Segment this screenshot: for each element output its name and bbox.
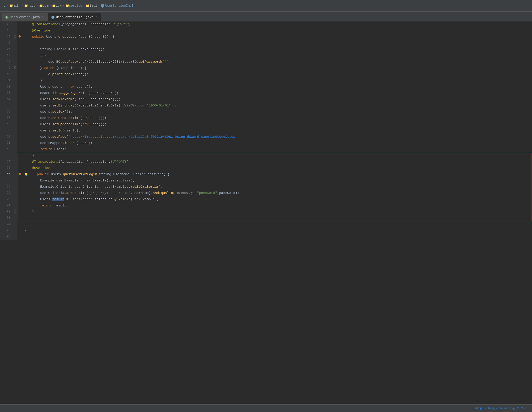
indicator-col bbox=[17, 53, 22, 59]
breadcrumb-part[interactable]: zcw bbox=[56, 4, 61, 8]
code-text: userCriteria.andEqualTo( property: "user… bbox=[22, 190, 532, 196]
line-number: 65 bbox=[0, 165, 12, 171]
code-line-42: 42 @Transactional(propagation= Propagati… bbox=[0, 21, 532, 28]
code-text: Example userExample = new Example(Users.… bbox=[22, 178, 532, 184]
fold-col bbox=[12, 40, 17, 46]
tab-label: UserServiceImpl.java bbox=[56, 15, 93, 19]
indicator-col bbox=[17, 84, 22, 90]
indicator-col bbox=[17, 134, 22, 140]
tab-close-button[interactable]: × bbox=[41, 16, 44, 19]
line-number: 45 bbox=[0, 40, 12, 46]
fold-col bbox=[12, 84, 17, 90]
code-line-48: 48 userBO.setPassword(MD5Utils.getMD5Str… bbox=[0, 59, 532, 65]
indicator-col bbox=[17, 115, 22, 121]
code-line-74: 74 bbox=[0, 221, 532, 228]
line-number: 42 bbox=[0, 21, 12, 28]
fold-col bbox=[12, 115, 17, 121]
line-number: 76 bbox=[0, 234, 12, 240]
indicator-col bbox=[17, 165, 22, 171]
code-line-54: 54 users.setNickname(userBO.getUsername(… bbox=[0, 96, 532, 103]
code-line-65: 65 @Override bbox=[0, 165, 532, 171]
indicator-col bbox=[17, 59, 22, 65]
class-icon: C bbox=[101, 4, 104, 8]
line-number: 44 bbox=[0, 34, 12, 40]
fold-col bbox=[12, 121, 17, 128]
breadcrumb-part[interactable]: java bbox=[28, 4, 36, 8]
code-line-49: 49 − } catch (Exception e) { bbox=[0, 65, 532, 71]
line-number: 71 bbox=[0, 203, 12, 209]
line-number: 52 bbox=[0, 84, 12, 90]
code-text: @Transactional(propagation=Propagation.S… bbox=[22, 159, 532, 165]
interface-icon: I bbox=[5, 16, 9, 19]
fold-col[interactable]: − bbox=[12, 171, 17, 178]
fold-col bbox=[12, 96, 17, 103]
code-text: users.setFace("http://image.baidu.com/se… bbox=[22, 134, 532, 140]
breadcrumb-part[interactable]: impl bbox=[90, 4, 97, 8]
code-line-69: 69 userCriteria.andEqualTo( property: "u… bbox=[0, 190, 532, 196]
code-line-70: 70 Users result = usersMapper.selectOneB… bbox=[0, 196, 532, 203]
indicator-col bbox=[17, 196, 22, 203]
breadcrumb-part-class[interactable]: UserServiceImpl bbox=[105, 4, 133, 8]
indicator-col bbox=[17, 146, 22, 153]
fold-col bbox=[12, 165, 17, 171]
editor-area: 42 @Transactional(propagation= Propagati… bbox=[0, 21, 532, 404]
indicator-col bbox=[17, 103, 22, 109]
folder-icon: 📁 bbox=[65, 4, 69, 8]
fold-col bbox=[12, 21, 17, 28]
code-text: @Override bbox=[22, 165, 532, 171]
line-number: 75 bbox=[0, 228, 12, 234]
breadcrumb-part[interactable]: main bbox=[13, 4, 20, 8]
code-line-67: 67 Example userExample = new Example(Use… bbox=[0, 178, 532, 184]
fold-col bbox=[12, 103, 17, 109]
code-text: } bbox=[22, 78, 532, 84]
folder-icon: 📁 bbox=[39, 4, 43, 8]
fold-col[interactable]: − bbox=[12, 209, 17, 215]
fold-col[interactable]: − bbox=[12, 53, 17, 59]
fold-col bbox=[12, 59, 17, 65]
fold-col[interactable]: − bbox=[12, 34, 17, 40]
code-text: String userId = sid.nextShort(); bbox=[22, 46, 532, 53]
fold-col bbox=[12, 178, 17, 184]
tab-userserviceimpl[interactable]: C UserServiceImpl.java × bbox=[48, 13, 101, 21]
indicator-col bbox=[17, 228, 22, 234]
code-text: userBO.setPassword(MD5Utils.getMD5Str(us… bbox=[22, 59, 532, 65]
fold-col[interactable]: − bbox=[12, 65, 17, 71]
status-url[interactable]: https://blog.csdn.net/qq_32370913 bbox=[475, 407, 528, 410]
code-line-58: 58 users.setUpdatedTime(new Date()); bbox=[0, 121, 532, 128]
code-text: } bbox=[22, 153, 532, 159]
breadcrumb-sep: › bbox=[36, 4, 38, 8]
breadcrumb-part-service[interactable]: service bbox=[69, 4, 82, 8]
code-text: } bbox=[22, 228, 532, 234]
code-line-55: 55 users.setBirthday(DateUtil.stringToDa… bbox=[0, 103, 532, 109]
code-text: users.setId(userId); bbox=[22, 128, 532, 134]
line-number: 73 bbox=[0, 215, 12, 221]
tab-userservice[interactable]: I UserService.java × bbox=[2, 13, 48, 21]
code-line-60: 60 users.setFace("http://image.baidu.com… bbox=[0, 134, 532, 140]
fold-col bbox=[12, 215, 17, 221]
fold-col bbox=[12, 190, 17, 196]
code-line-75: 75 } bbox=[0, 228, 532, 234]
indicator-col bbox=[17, 65, 22, 71]
breadcrumb-part[interactable]: com bbox=[43, 4, 48, 8]
code-text bbox=[22, 40, 532, 46]
code-text: try { bbox=[22, 53, 532, 59]
fold-col bbox=[12, 109, 17, 115]
status-bar: https://blog.csdn.net/qq_32370913 bbox=[0, 404, 532, 412]
indicator-col bbox=[17, 159, 22, 165]
code-line-56: 56 users.setSex(2); bbox=[0, 109, 532, 115]
line-number: 66 bbox=[0, 171, 12, 178]
tab-close-button[interactable]: × bbox=[95, 16, 98, 19]
indicator-col bbox=[17, 184, 22, 190]
code-line-46: 46 String userId = sid.nextShort(); bbox=[0, 46, 532, 53]
line-number: 67 bbox=[0, 178, 12, 184]
line-number: 55 bbox=[0, 103, 12, 109]
code-line-52: 52 Users users = new Users(); bbox=[0, 84, 532, 90]
code-text: } bbox=[22, 209, 532, 215]
indicator-col bbox=[17, 21, 22, 28]
code-line-62: 62 return users; bbox=[0, 146, 532, 153]
line-number: 49 bbox=[0, 65, 12, 71]
indicator-col bbox=[17, 109, 22, 115]
indicator-col bbox=[17, 128, 22, 134]
fold-col bbox=[12, 46, 17, 53]
fold-col bbox=[12, 234, 17, 240]
